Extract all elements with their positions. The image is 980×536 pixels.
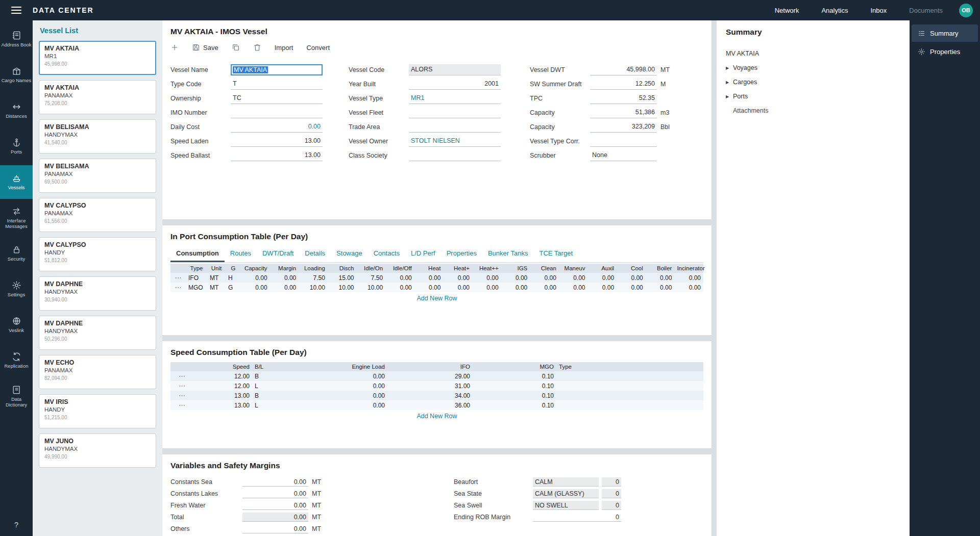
sidebar-item-address-book[interactable]: Address Book [0,22,33,56]
constants-sea-input[interactable]: 0.00 [242,477,308,487]
speed-header-row: Speed B/L Engine Load IFO MGO Type [170,362,703,371]
tab-bunker-tanks[interactable]: Bunker Tanks [482,246,534,262]
save-button[interactable]: Save [192,43,218,52]
tab-stowage[interactable]: Stowage [331,246,368,262]
hamburger-menu-icon[interactable] [0,5,33,16]
sidebar-item-interface-messages[interactable]: Interface Messages [0,201,33,235]
sidebar-item-replication[interactable]: Replication [0,344,33,377]
others-input[interactable]: 0.00 [242,524,308,533]
ownership-input[interactable]: TC [231,93,323,104]
constants-lakes-label: Constants Lakes [170,490,242,497]
row-menu-icon[interactable]: ⋯ [170,371,193,381]
nav-network[interactable]: Network [764,7,811,14]
nav-documents[interactable]: Documents [898,7,954,14]
sidebar-item-ports[interactable]: Ports [0,130,33,163]
fresh-water-input[interactable]: 0.00 [242,501,308,510]
vessel-fleet-input[interactable] [409,107,501,118]
vessel-card[interactable]: MV JUNO HANDYMAX 49,990.00 [39,433,156,468]
vessel-name-input[interactable]: MV AKTAIA [231,64,323,75]
replication-sync-icon [12,352,21,362]
imo-number-input[interactable] [231,107,323,118]
row-menu-icon[interactable]: ⋯ [170,400,193,410]
vessel-dwt: 50,296.00 [44,336,151,342]
sw-summer-draft-input[interactable]: 12.250 [590,79,657,90]
vessel-owner-input[interactable]: STOLT NIELSEN [409,136,501,147]
sidebar-item-vessels[interactable]: Vessels [0,165,33,199]
ending-rob-margin-input[interactable]: 0 [533,513,621,522]
tree-item-ports[interactable]: ▶ Ports [726,93,900,100]
vessel-dwt: 51,812.00 [44,258,151,263]
tpc-input[interactable]: 52.35 [590,93,657,104]
speed-ballast-input[interactable]: 13.00 [231,150,323,161]
tab-ld-perf[interactable]: L/D Perf [405,246,441,262]
attachments-link[interactable]: Attachments [733,107,900,114]
speed-laden-input[interactable]: 13.00 [231,136,323,147]
sea-swell-value[interactable]: 0 [602,501,621,510]
vessel-card[interactable]: MV DAPHNE HANDYMAX 30,940.00 [39,276,156,311]
vessel-card[interactable]: MV BELISAMA PANAMAX 69,500.00 [39,159,156,193]
type-code-input[interactable]: T [231,79,323,90]
row-menu-icon[interactable]: ⋯ [170,391,193,400]
copy-button[interactable] [232,43,240,52]
vessel-card[interactable]: MV CALYPSO HANDY 51,812.00 [39,237,156,271]
vessel-card[interactable]: MV BELISAMA HANDYMAX 41,540.00 [39,119,156,154]
vessel-dwt-input[interactable]: 45,998.00 [590,64,657,75]
tab-consumption[interactable]: Consumption [170,246,225,262]
sidebar-item-security[interactable]: Security [0,237,33,270]
sidebar-item-veslink[interactable]: Veslink [0,308,33,342]
convert-button[interactable]: Convert [306,44,330,52]
summary-title: Summary [726,28,900,37]
vessel-type-input[interactable]: MR1 [409,93,501,104]
beaufort-value[interactable]: 0 [602,477,621,487]
sea-state-value[interactable]: 0 [602,489,621,498]
user-avatar[interactable]: OB [959,4,973,17]
vessel-type: MR1 [44,53,151,59]
daily-cost-input[interactable]: 0.00 [231,121,323,133]
vessel-card[interactable]: MV DAPHNE HANDYMAX 50,296.00 [39,316,156,350]
nav-analytics[interactable]: Analytics [810,7,859,14]
rail-item-properties[interactable]: Properties [912,43,978,60]
sidebar-item-distances[interactable]: Distances [0,94,33,127]
row-menu-icon[interactable]: ⋯ [170,381,193,391]
year-built-input[interactable]: 2001 [409,79,501,90]
trade-area-input[interactable] [409,121,501,133]
row-menu-icon[interactable]: ⋯ [170,273,186,283]
beaufort-select[interactable]: CALM [533,477,599,487]
capacity-bbl-input[interactable]: 323,209 [590,121,657,133]
vessel-card[interactable]: MV AKTAIA PANAMAX 75,208.00 [39,80,156,114]
vessel-card[interactable]: MV CALYPSO PANAMAX 61,556.00 [39,198,156,232]
rail-item-summary[interactable]: Summary [912,24,978,42]
tab-routes[interactable]: Routes [225,246,257,262]
import-button[interactable]: Import [275,44,293,52]
tab-properties[interactable]: Properties [441,246,482,262]
speed-title: Speed Consumption Table (Per Day) [170,341,703,357]
tree-item-voyages[interactable]: ▶ Voyages [726,64,900,71]
nav-inbox[interactable]: Inbox [859,7,898,14]
in-port-add-new-row[interactable]: Add New Row [170,292,703,302]
tab-details[interactable]: Details [299,246,331,262]
tab-tce-target[interactable]: TCE Target [533,246,578,262]
class-society-input[interactable] [409,150,501,161]
vessel-type-corr-input[interactable] [590,136,657,147]
vessel-card[interactable]: MV IRIS HANDY 51,215.00 [39,394,156,428]
vessel-type-corr-label: Vessel Type Corr. [530,138,590,145]
sea-swell-select[interactable]: NO SWELL [533,501,599,510]
row-menu-icon[interactable]: ⋯ [170,283,186,292]
add-button[interactable] [170,43,179,52]
tab-contacts[interactable]: Contacts [368,246,405,262]
vessel-card[interactable]: MV ECHO PANAMAX 82,094.00 [39,355,156,389]
sidebar-item-cargo-names[interactable]: Cargo Names [0,58,33,92]
tab-dwt-draft[interactable]: DWT/Draft [257,246,299,262]
sea-state-select[interactable]: CALM (GLASSY) [533,489,599,498]
constants-lakes-input[interactable]: 0.00 [242,489,308,498]
delete-button[interactable] [253,43,261,52]
capacity-m3-input[interactable]: 51,386 [590,107,657,118]
help-icon[interactable]: ? [0,520,33,536]
sidebar-item-data-dictionary[interactable]: Data Dictionary [0,379,33,413]
vessel-fleet-label: Vessel Fleet [349,109,409,116]
vessel-card[interactable]: MV AKTAIA MR1 45,998.00 [39,41,156,75]
scrubber-select[interactable]: None [590,150,657,161]
speed-add-new-row[interactable]: Add New Row [170,410,703,420]
tree-item-cargoes[interactable]: ▶ Cargoes [726,79,900,86]
sidebar-item-settings[interactable]: Settings [0,272,33,306]
